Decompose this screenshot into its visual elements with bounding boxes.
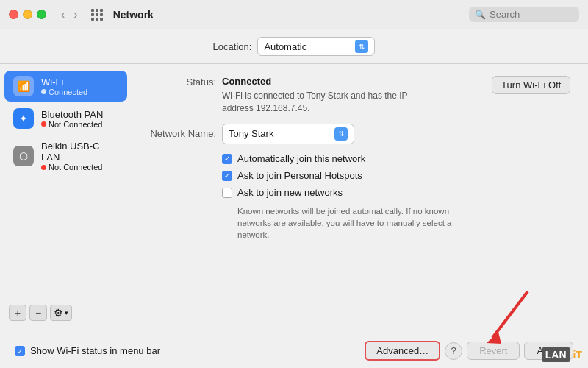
watermark: LAN iT <box>542 347 582 362</box>
auto-join-checkbox[interactable]: ✓ <box>222 154 232 164</box>
watermark-it: iT <box>573 349 582 361</box>
personal-hotspot-checkbox-row[interactable]: ✓ Ask to join Personal Hotspots <box>222 170 570 181</box>
auto-join-label: Automatically join this network <box>237 153 365 164</box>
personal-hotspot-label: Ask to join Personal Hotspots <box>237 170 362 181</box>
show-wifi-row: ✓ Show Wi-Fi status in menu bar <box>15 345 365 356</box>
networks-description: Known networks will be joined automatica… <box>237 205 473 241</box>
network-name-value: Tony Stark <box>229 128 330 139</box>
close-button[interactable] <box>9 10 18 19</box>
network-settings-button[interactable]: ⚙ ▾ <box>50 305 72 321</box>
window-title: Network <box>113 9 463 21</box>
sidebar-item-bluetooth[interactable]: ✦ Bluetooth PAN Not Connected <box>4 103 127 134</box>
show-wifi-label: Show Wi-Fi status in menu bar <box>30 345 160 356</box>
status-value: Connected <box>222 76 413 87</box>
content-panel: Status: Connected Wi-Fi is connected to … <box>132 64 588 333</box>
advanced-button[interactable]: Advanced… <box>365 341 440 361</box>
add-network-button[interactable]: + <box>9 305 26 321</box>
remove-network-button[interactable]: − <box>29 305 47 321</box>
location-value: Automatic <box>264 41 351 52</box>
forward-button[interactable]: › <box>71 7 80 23</box>
sidebar-item-usb[interactable]: ⬡ Belkin USB-C LAN Not Connected <box>4 135 127 177</box>
sidebar: 📶 Wi-Fi Connected ✦ Bluetooth PAN Not Co… <box>0 64 132 333</box>
usb-item-status: Not Connected <box>41 163 118 171</box>
network-name-row: Network Name: Tony Stark ⇅ <box>150 124 570 144</box>
bottom-bar: ✓ Show Wi-Fi status in menu bar Advanced… <box>0 333 588 368</box>
location-bar: Location: Automatic ⇅ <box>0 29 588 64</box>
help-button[interactable]: ? <box>445 342 462 360</box>
wifi-off-button[interactable]: Turn Wi-Fi Off <box>492 76 570 94</box>
gear-chevron-icon: ▾ <box>65 309 68 316</box>
status-description: Wi-Fi is connected to Tony Stark and has… <box>222 90 413 115</box>
usb-status-dot <box>41 165 46 170</box>
bt-status-dot <box>41 121 46 127</box>
bt-item-name: Bluetooth PAN <box>41 109 103 120</box>
minimize-button[interactable] <box>23 10 32 19</box>
wifi-item-status: Connected <box>41 88 87 96</box>
auto-join-checkbox-row[interactable]: ✓ Automatically join this network <box>222 153 570 164</box>
search-input[interactable] <box>490 9 573 20</box>
new-networks-checkbox-row[interactable]: Ask to join new networks <box>222 187 570 198</box>
wifi-item-name: Wi-Fi <box>41 77 87 88</box>
network-field-label: Network Name: <box>150 128 216 139</box>
status-field-label: Status: <box>150 76 216 88</box>
titlebar: ‹ › Network 🔍 <box>0 0 588 29</box>
new-networks-label: Ask to join new networks <box>237 187 343 198</box>
usb-icon: ⬡ <box>13 146 34 166</box>
body: 📶 Wi-Fi Connected ✦ Bluetooth PAN Not Co… <box>0 64 588 333</box>
apps-grid-icon[interactable] <box>91 9 103 21</box>
network-name-select[interactable]: Tony Stark ⇅ <box>222 124 354 144</box>
new-networks-checkbox[interactable] <box>222 188 232 198</box>
bt-item-status: Not Connected <box>41 120 103 129</box>
location-arrow-icon: ⇅ <box>355 40 368 53</box>
show-wifi-checkbox[interactable]: ✓ <box>15 346 25 356</box>
maximize-button[interactable] <box>37 10 46 19</box>
sidebar-footer: + − ⚙ ▾ <box>0 299 132 327</box>
usb-item-name: Belkin USB-C LAN <box>41 141 118 163</box>
wifi-icon: 📶 <box>13 76 34 96</box>
location-label: Location: <box>213 41 252 52</box>
checkboxes-group: ✓ Automatically join this network ✓ Ask … <box>222 153 570 241</box>
search-box[interactable]: 🔍 <box>469 7 579 22</box>
bluetooth-icon: ✦ <box>13 108 34 129</box>
traffic-lights <box>9 10 46 19</box>
status-row: Status: Connected Wi-Fi is connected to … <box>150 76 570 115</box>
personal-hotspot-checkbox[interactable]: ✓ <box>222 171 232 181</box>
wifi-status-dot <box>41 89 46 94</box>
search-icon: 🔍 <box>475 10 486 20</box>
sidebar-item-wifi[interactable]: 📶 Wi-Fi Connected <box>4 71 127 102</box>
revert-button[interactable]: Revert <box>467 342 520 360</box>
gear-icon: ⚙ <box>54 307 63 319</box>
nav-buttons: ‹ › <box>58 7 81 23</box>
main-panel: Location: Automatic ⇅ 📶 Wi-Fi Connected … <box>0 29 588 368</box>
network-select-arrow-icon: ⇅ <box>334 127 348 141</box>
location-select[interactable]: Automatic ⇅ <box>257 37 375 56</box>
watermark-lan: LAN <box>542 347 570 362</box>
back-button[interactable]: ‹ <box>58 7 68 23</box>
